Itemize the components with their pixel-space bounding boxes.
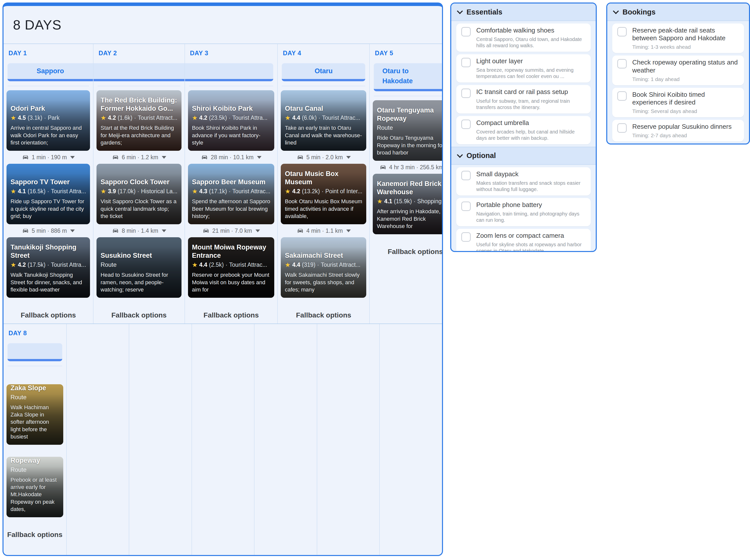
checkbox[interactable] [461,88,471,98]
place-card[interactable]: Shiroi Koibito Park ★ 4.2 (23.5k) · Tour… [188,90,275,151]
transit-row[interactable]: 4 min · 1.1 km [281,224,366,237]
place-rating: ★ 4.2 (13.2k) · Point of Inter... [285,188,362,195]
place-card[interactable]: Hachiman Zaka Slope Route Walk Hachiman … [6,384,63,445]
place-title: Otaru Canal [285,104,362,113]
checklist-item: Compact umbrella Covered arcades help, b… [456,116,591,144]
place-rating: ★ 3.9 (17.0k) · Historical La... [101,188,177,195]
day-cards: Odori Park ★ 4.5 (3.1k) · Park Arrive in… [3,86,93,298]
panel-header[interactable]: Bookings [607,3,749,21]
checklist-item-desc: Navigation, train timing, and photograph… [476,211,586,223]
place-rating: ★ 4.1 (15.9k) · Shopping Mall [377,198,443,205]
checklist-item: IC transit card or rail pass setup Usefu… [456,85,591,113]
checklist-item-timing: Timing: Several days ahead [632,108,739,114]
checklist-item: Light outer layer Sea breeze, ropeway su… [456,54,591,82]
panel-header[interactable]: Essentials [451,3,596,21]
star-icon: ★ [11,188,16,195]
star-icon: ★ [377,198,382,204]
city-chip-label: Sapporo [37,67,64,75]
transit-row[interactable]: 6 min · 1.2 km [97,151,181,164]
fallback-options-link[interactable]: Fallback options [370,248,443,256]
place-card[interactable]: Otaru Music Box Museum ★ 4.2 (13.2k) · P… [281,164,366,224]
fallback-options-link[interactable]: Fallback options [278,311,369,319]
place-card[interactable]: Odori Park ★ 4.5 (3.1k) · Park Arrive in… [6,90,90,151]
place-card[interactable]: Sapporo TV Tower ★ 4.1 (16.5k) · Tourist… [6,164,90,224]
checklist-item: Book Shiroi Koibito timed experiences if… [612,88,744,117]
dot-separator: · [137,188,139,195]
dot-separator: · [319,115,321,121]
fallback-options-link[interactable]: Fallback options [3,531,66,539]
checkbox[interactable] [617,123,627,133]
transit-row[interactable]: 1 min · 190 m [6,151,90,164]
star-icon: ★ [192,188,198,195]
checkbox[interactable] [461,171,471,180]
day-column: DAY 8 Hachiman Zaka Slope Route Walk Hac… [3,324,66,556]
checklist-item-title: Portable phone battery [476,201,586,209]
city-chip[interactable]: Otaru [282,63,365,81]
fallback-options-link[interactable]: Fallback options [185,311,278,319]
checklist-item: Reserve popular Susukino dinners Timing:… [612,120,744,141]
empty-day-column [254,324,317,556]
place-card[interactable]: Tanukikoji Shopping Street ★ 4.2 (17.5k)… [6,237,90,298]
place-card[interactable]: Mt.Hakodate Ropeway Route Prebook or at … [6,457,63,517]
transit-row[interactable]: 8 min · 1.4 km [97,224,181,237]
checkbox[interactable] [461,58,471,67]
transit-row[interactable]: 5 min · 2.0 km [281,151,366,164]
star-icon: ★ [11,262,16,268]
city-chip[interactable] [7,343,62,361]
transit-row[interactable]: 28 min · 10.1 km [188,151,275,164]
rating-value: 4.2 [18,261,26,268]
fallback-options-link[interactable]: Fallback options [3,311,93,319]
transit-text: 28 min · 10.1 km [211,154,254,161]
place-rating: ★ 4.1 (16.5k) · Tourist Attra... [11,188,86,195]
day-cards: Hachiman Zaka Slope Route Walk Hachiman … [3,366,66,517]
chevron-down-icon [613,8,619,14]
panel-header[interactable]: Optional [451,147,596,165]
city-chip[interactable]: Sapporo [7,63,93,81]
place-category: Shopping Mall [417,198,443,205]
checklist-item: Portable phone battery Navigation, train… [456,198,591,226]
place-card[interactable]: Susukino Street Route Head to Susukino S… [97,237,181,298]
panel-title: Bookings [623,8,655,16]
fallback-options-link[interactable]: Fallback options [94,311,184,319]
rating-value: 4.4 [292,261,300,268]
place-description: After arriving in Hakodate, walk Kanemor… [377,208,443,230]
checkbox[interactable] [617,59,627,68]
checklist-item: Comfortable walking shoes Central Sappor… [456,23,591,52]
checkbox[interactable] [461,27,471,37]
place-title: Odori Park [11,104,86,113]
place-card[interactable]: The Red Brick Building: Former Hokkaido … [97,90,181,151]
checklist-item: Zoom lens or compact camera Useful for s… [456,229,591,252]
transit-row[interactable]: 5 min · 886 m [6,224,90,237]
checkbox[interactable] [461,232,471,242]
place-card[interactable]: Sapporo Clock Tower ★ 3.9 (17.0k) · Hist… [97,164,181,224]
rating-value: 4.2 [199,115,207,121]
place-card[interactable]: Sakaimachi Street ★ 4.4 (319) · Tourist … [281,237,366,298]
place-category: Historical La... [141,188,178,195]
place-description: Head to Susukino Street for ramen, neon,… [101,271,177,293]
place-card[interactable]: Otaru Canal ★ 4.4 (6.0k) · Tourist Attra… [281,90,366,151]
place-card[interactable]: Otaru Tenguyama Ropeway Route Ride Otaru… [373,100,443,161]
chevron-down-icon [257,156,262,159]
transit-text: 4 hr 3 min · 256.5 km [389,164,443,171]
place-card[interactable]: Mount Moiwa Ropeway Entrance ★ 4.4 (2.5k… [188,237,275,298]
review-count: (1.6k) [118,115,133,121]
checkbox[interactable] [617,91,627,101]
checklist-item-desc: Sea breeze, ropeway summits, and evening… [476,67,586,80]
city-chip[interactable]: Otaru to Hakodate [374,63,443,91]
transit-row[interactable]: 4 hr 3 min · 256.5 km [373,161,443,174]
place-category: Tourist Attract... [321,261,361,268]
checklist-item-desc: Covered arcades help, but canal and hill… [476,129,586,141]
transit-row[interactable]: 21 min · 7.0 km [188,224,275,237]
place-subtitle: Route [101,261,177,268]
place-subtitle: Route [11,466,59,473]
checkbox[interactable] [617,27,627,37]
checklist-item-timing: Timing: 1-3 weeks ahead [632,44,739,50]
city-chip[interactable] [185,63,273,81]
transit-text: 6 min · 1.2 km [122,154,158,161]
place-card[interactable]: Kanemori Red Brick Warehouse ★ 4.1 (15.9… [373,174,443,234]
review-count: (3.1k) [27,115,42,121]
city-chip[interactable] [94,63,184,81]
checkbox[interactable] [461,201,471,211]
place-card[interactable]: Sapporo Beer Museum ★ 4.3 (17.1k) · Tour… [188,164,275,224]
checkbox[interactable] [461,120,471,129]
